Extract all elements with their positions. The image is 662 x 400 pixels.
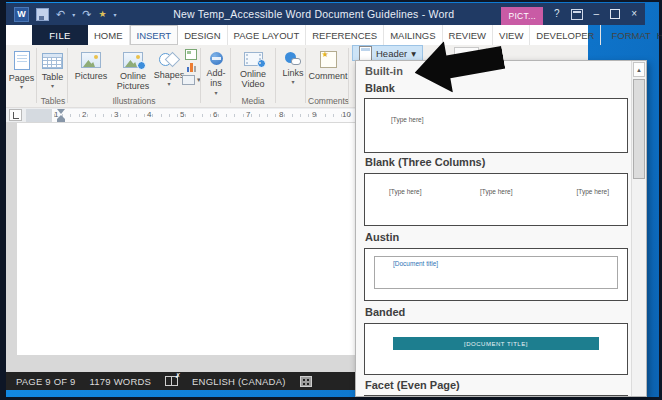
tab-view[interactable]: VIEW — [493, 25, 530, 45]
tab-file[interactable]: FILE — [32, 25, 88, 45]
comment-label: Comment — [308, 71, 347, 81]
links-icon — [285, 52, 301, 65]
gallery-item-blank-label: Blank — [365, 82, 395, 94]
comment-button[interactable]: ★ Comment — [308, 47, 348, 81]
quick-access-toolbar: W ↶ ▾ ↷ ★ ▾ — [14, 7, 136, 22]
redo-icon[interactable]: ↷ — [82, 9, 91, 20]
austin-preview-frame: [Document title] — [374, 256, 618, 289]
gallery-item-facet[interactable] — [364, 395, 628, 397]
group-divider — [230, 48, 231, 103]
add-ins-icon — [210, 52, 223, 65]
first-line-indent-marker[interactable] — [57, 109, 65, 114]
close-button[interactable]: × — [631, 9, 637, 19]
chevron-down-icon: ▾ — [411, 48, 416, 59]
tab-insert[interactable]: INSERT — [130, 25, 179, 45]
placeholder-text: [DOCUMENT TITLE] — [464, 341, 528, 347]
comment-icon: ★ — [320, 51, 337, 68]
gallery-item-facet-label: Facet (Even Page) — [365, 379, 460, 391]
ruler-number: 2 — [82, 110, 86, 119]
qat-custom-icon[interactable]: ★ — [98, 9, 106, 19]
ruler-number: 7 — [246, 110, 250, 119]
online-video-label: Online Video — [234, 69, 272, 90]
screenshot-button[interactable]: ▾ — [182, 75, 201, 85]
group-label-media: Media — [234, 96, 272, 106]
globe-icon — [257, 59, 266, 68]
online-pictures-button[interactable]: Online Pictures — [113, 47, 153, 92]
header-gallery-dropdown: Built-in Blank [Type here] Blank (Three … — [355, 60, 647, 397]
header-button[interactable]: Header ▾ — [352, 45, 423, 61]
titlebar-right: PICT... ? – × — [501, 3, 637, 25]
word-count[interactable]: 1179 WORDS — [90, 376, 151, 387]
chevron-down-icon: ▾ — [20, 84, 23, 91]
tab-selector[interactable] — [9, 109, 22, 121]
gallery-scrollbar[interactable]: ▲ — [631, 61, 646, 396]
tab-design[interactable]: DESIGN — [178, 25, 227, 45]
undo-icon[interactable]: ↶ — [56, 9, 65, 20]
illustrations-mini-buttons: ▾ — [182, 49, 201, 85]
contextual-tab-picture-tools[interactable]: PICT... — [501, 7, 543, 25]
gallery-item-austin[interactable]: [Document title] — [364, 248, 628, 301]
group-label-illustrations: Illustrations — [103, 96, 165, 106]
pages-button[interactable]: Pages ▾ — [8, 47, 35, 91]
title-bar: W ↶ ▾ ↷ ★ ▾ New Temp_Accessible Word Doc… — [6, 3, 645, 25]
left-indent-marker[interactable] — [57, 119, 65, 122]
macro-record-icon[interactable] — [300, 376, 312, 387]
links-button[interactable]: Links ▾ — [279, 47, 307, 86]
screenshot-frame: W ↶ ▾ ↷ ★ ▾ New Temp_Accessible Word Doc… — [0, 0, 662, 400]
tab-review[interactable]: REVIEW — [443, 25, 493, 45]
placeholder-text: [Type here] — [391, 116, 424, 123]
page-indicator[interactable]: PAGE 9 OF 9 — [16, 376, 76, 387]
group-label-tables: Tables — [36, 96, 70, 106]
placeholder-text: [Type here] — [480, 188, 513, 195]
add-ins-button[interactable]: Add-ins ▾ — [203, 47, 229, 97]
group-label-comments: Comments — [308, 96, 348, 106]
pictures-button[interactable]: Pictures — [70, 47, 112, 81]
pages-icon — [14, 51, 30, 70]
gallery-item-three-columns[interactable]: [Type here] [Type here] [Type here] — [364, 173, 628, 226]
user-name[interactable]: Holly Mor... — [657, 30, 662, 41]
smartart-icon[interactable] — [185, 49, 197, 60]
ribbon-display-options-button[interactable] — [571, 9, 583, 20]
shapes-icon — [159, 52, 179, 67]
ruler-number: 9 — [312, 110, 316, 119]
gallery-item-banded[interactable]: [DOCUMENT TITLE] — [364, 323, 628, 375]
save-icon[interactable] — [36, 8, 49, 21]
group-divider — [200, 48, 201, 103]
tab-mailings[interactable]: MAILINGS — [384, 25, 442, 45]
scroll-up-button[interactable]: ▲ — [633, 62, 645, 77]
tab-format[interactable]: FORMAT — [605, 25, 656, 45]
pages-label: Pages — [9, 73, 35, 83]
scrollbar-thumb[interactable] — [633, 79, 645, 179]
header-label: Header — [376, 48, 407, 59]
group-divider — [305, 48, 306, 103]
help-button[interactable]: ? — [554, 9, 560, 19]
shapes-button[interactable]: Shapes ▾ — [153, 47, 185, 88]
pictures-label: Pictures — [75, 71, 108, 81]
tab-page-layout[interactable]: PAGE LAYOUT — [228, 25, 307, 45]
chart-icon[interactable] — [187, 63, 197, 72]
undo-chevron-icon[interactable]: ▾ — [72, 11, 75, 18]
chevron-down-icon: ▾ — [167, 81, 170, 88]
gallery-item-blank[interactable]: [Type here] — [364, 98, 628, 153]
tab-home[interactable]: HOME — [88, 25, 130, 45]
minimize-button[interactable]: – — [594, 9, 600, 19]
customize-qat-icon[interactable]: ▾ — [114, 11, 117, 18]
group-divider — [36, 48, 37, 103]
ruler-margin-zone — [26, 109, 52, 122]
account-area[interactable]: Holly Mor... ▾ — [657, 25, 662, 45]
tab-developer[interactable]: DEVELOPER — [530, 25, 601, 45]
window-title: New Temp_Accessible Word Document Guidel… — [136, 8, 491, 20]
globe-icon — [137, 61, 146, 70]
proofing-status-icon[interactable] — [165, 376, 178, 386]
table-button[interactable]: Table ▾ — [39, 47, 66, 90]
ruler-number: 8 — [279, 110, 283, 119]
language-indicator[interactable]: ENGLISH (CANADA) — [192, 376, 285, 387]
word-logo-icon: W — [14, 7, 29, 22]
online-video-button[interactable]: Online Video — [234, 47, 272, 90]
restore-button[interactable] — [610, 9, 620, 19]
placeholder-text: [Type here] — [389, 188, 422, 195]
group-divider — [348, 48, 349, 103]
table-icon — [42, 53, 63, 69]
tab-references[interactable]: REFERENCES — [306, 25, 384, 45]
table-label: Table — [42, 72, 64, 82]
